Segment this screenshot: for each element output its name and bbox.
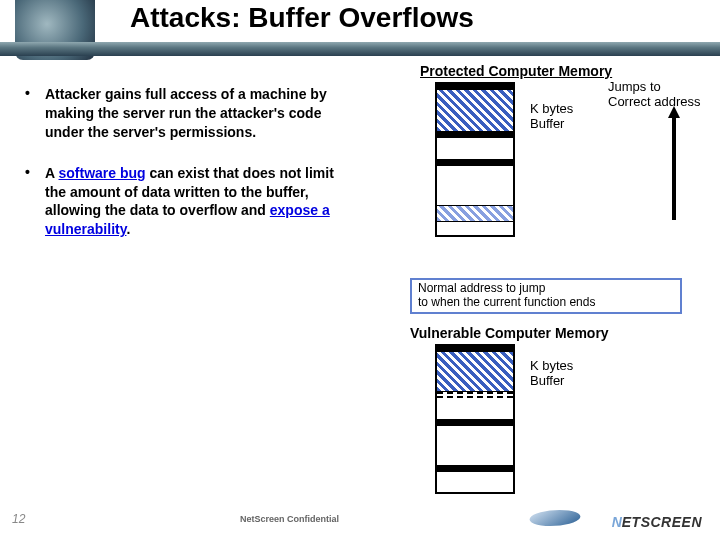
label-kbytes-buffer: K bytes Buffer <box>530 102 573 132</box>
mem-buffer <box>437 352 513 392</box>
header-bar <box>0 42 720 56</box>
callout-normal-address: Normal address to jump to when the curre… <box>410 278 682 314</box>
content-area: • Attacker gains full access of a machin… <box>0 60 720 500</box>
page-number: 12 <box>12 512 25 526</box>
mem-buffer <box>437 90 513 132</box>
mem-return-addr <box>437 206 513 222</box>
mem-gap <box>437 166 513 206</box>
label-jumps-to: Jumps to Correct address <box>608 80 700 110</box>
bullet-mark: • <box>25 164 45 240</box>
vulnerable-memory-title: Vulnerable Computer Memory <box>410 325 609 341</box>
list-item: • Attacker gains full access of a machin… <box>25 85 335 142</box>
bullet-mark: • <box>25 85 45 142</box>
label-kbytes-buffer: K bytes Buffer <box>530 359 573 389</box>
link-software-bug[interactable]: software bug <box>58 165 145 181</box>
mem-gap <box>437 138 513 160</box>
header: Attacks: Buffer Overflows <box>0 0 720 60</box>
bullet-text: Attacker gains full access of a machine … <box>45 85 335 142</box>
protected-memory-title: Protected Computer Memory <box>420 63 612 79</box>
netscreen-logo: NETSCREEN <box>612 514 702 530</box>
memory-diagram-vulnerable <box>435 344 515 494</box>
arrow-up-icon <box>672 110 676 220</box>
mem-gap <box>437 426 513 466</box>
slide-title: Attacks: Buffer Overflows <box>130 2 474 34</box>
list-item: • A software bug can exist that does not… <box>25 164 335 240</box>
bullet-list: • Attacker gains full access of a machin… <box>25 85 335 261</box>
bullet-text: A software bug can exist that does not l… <box>45 164 335 240</box>
logo-swoosh-icon <box>525 510 584 526</box>
footer: 12 NetScreen Confidential NETSCREEN <box>0 500 720 540</box>
mem-segment <box>437 466 513 472</box>
confidential-text: NetScreen Confidential <box>240 514 339 524</box>
mem-gap <box>437 398 513 420</box>
memory-diagram-protected <box>435 82 515 237</box>
